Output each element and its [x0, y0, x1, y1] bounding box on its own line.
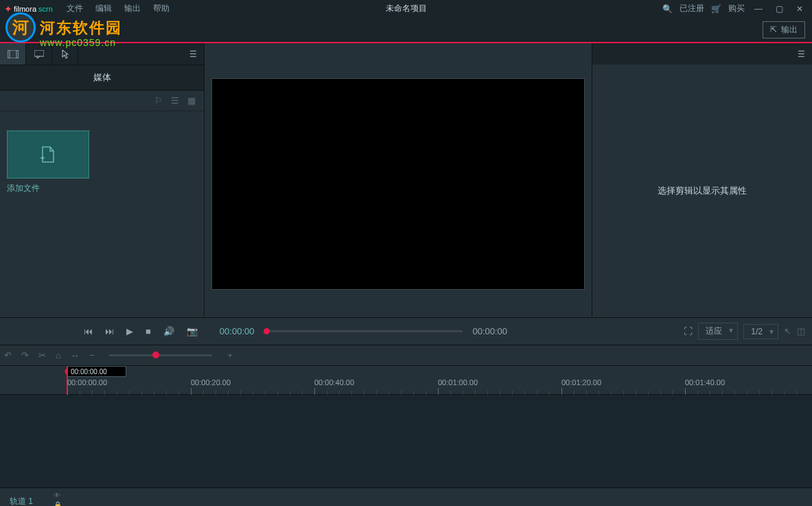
time-total: 00:00:00 [472, 326, 507, 336]
fullscreen-button[interactable]: ⛶ [684, 326, 693, 336]
titlebar-right: 🔍 已注册 🛒 购买 — ▢ ✕ [662, 3, 812, 14]
main-menu: 文件 编辑 输出 帮助 [67, 3, 170, 14]
ruler-tick: 00:01:00.00 [438, 378, 478, 387]
add-file-label: 添加文件 [7, 183, 89, 194]
mark-in-button[interactable]: ↖ [784, 326, 791, 336]
properties-panel: ☰ 选择剪辑以显示其属性 [592, 43, 812, 317]
playback-right-controls: ⛶ 适应 1/2 ↖ ◫ [684, 323, 805, 340]
progress-handle[interactable] [264, 328, 270, 334]
close-button[interactable]: ✕ [793, 4, 807, 14]
playback-buttons: ⏮ ⏭ ▶ ■ 🔊 📷 [84, 326, 198, 336]
snapshot-button[interactable]: 📷 [187, 326, 198, 336]
maximize-button[interactable]: ▢ [772, 4, 786, 14]
playhead[interactable]: 00:00:00.00 [67, 366, 126, 377]
export-button[interactable]: ⇱ 输出 [763, 21, 805, 38]
main-area: ☰ 媒体 ⚐ ☰ ▦ 添加文件 ☰ 选择剪辑以显示其属性 [0, 43, 812, 318]
minimize-button[interactable]: — [752, 4, 765, 14]
add-file-button[interactable]: 添加文件 [7, 130, 89, 194]
media-filter-bar: ⚐ ☰ ▦ [0, 91, 204, 111]
ruler-tick: 00:01:20.00 [561, 378, 601, 387]
track-visibility-icon[interactable]: 👁 [54, 492, 62, 499]
time-current: 00:00:00 [220, 326, 255, 336]
add-file-box [7, 130, 89, 179]
tool-cursor-icon[interactable] [52, 43, 78, 65]
cut-button[interactable]: ✂ [38, 350, 46, 360]
tool-media-icon[interactable] [0, 43, 26, 65]
svg-rect-2 [16, 50, 19, 58]
fit-timeline-button[interactable]: ↔ [71, 350, 80, 360]
right-menu-icon[interactable]: ☰ [798, 49, 805, 59]
export-icon: ⇱ [770, 25, 777, 34]
stop-button[interactable]: ■ [146, 326, 151, 336]
tool-annotation-icon[interactable] [26, 43, 52, 65]
svg-rect-3 [34, 50, 44, 56]
zoom-handle[interactable] [152, 352, 159, 358]
export-label: 输出 [781, 24, 798, 36]
preview-viewport[interactable] [211, 78, 585, 290]
titlebar: ✦ filmora scrn 文件 编辑 输出 帮助 未命名项目 🔍 已注册 🛒… [0, 0, 812, 17]
next-frame-button[interactable]: ⏭ [105, 326, 114, 336]
media-panel: ☰ 媒体 ⚐ ☰ ▦ 添加文件 [0, 43, 205, 317]
registered-label[interactable]: 已注册 [680, 3, 704, 14]
progress-bar[interactable] [264, 330, 463, 332]
cart-icon[interactable]: 🛒 [711, 4, 721, 14]
svg-rect-1 [8, 50, 10, 58]
playback-controls: ⏮ ⏭ ▶ ■ 🔊 📷 00:00:00 00:00:00 ⛶ 适应 1/2 ↖… [0, 318, 812, 345]
ruler-tick: 00:01:40.00 [685, 378, 725, 387]
list-view-icon[interactable]: ☰ [171, 95, 179, 106]
menu-edit[interactable]: 编辑 [95, 3, 112, 14]
zoom-out-button[interactable]: − [89, 350, 95, 360]
zoom-slider[interactable] [109, 354, 212, 356]
timeline-ruler[interactable]: 00:00:00.00 00:00:00.0000:00:20.0000:00:… [0, 366, 812, 395]
prev-frame-button[interactable]: ⏮ [84, 326, 93, 336]
scale-dropdown[interactable]: 1/2 [743, 324, 778, 339]
right-toolbar: ☰ [592, 43, 812, 65]
svg-rect-0 [8, 50, 19, 58]
logo-dot-icon: ✦ [4, 3, 12, 14]
secondbar: ⇱ 输出 [0, 17, 812, 43]
search-icon[interactable]: 🔍 [662, 4, 673, 14]
undo-button[interactable]: ↶ [4, 350, 12, 360]
fit-dropdown[interactable]: 适应 [698, 323, 738, 340]
track-lock-icon[interactable]: 🔒 [54, 501, 62, 506]
playhead-time: 00:00:00.00 [67, 366, 126, 377]
left-toolbar: ☰ [0, 43, 204, 65]
app-logo: ✦ filmora scrn [0, 3, 53, 14]
properties-placeholder: 选择剪辑以显示其属性 [592, 65, 812, 317]
preview-panel [205, 43, 592, 317]
track-label: 轨道 1 👁 🔒 [0, 496, 67, 506]
timeline-tracks[interactable]: 轨道 1 👁 🔒 [0, 395, 812, 506]
volume-button[interactable]: 🔊 [163, 326, 174, 336]
menu-export[interactable]: 输出 [124, 3, 141, 14]
left-menu-icon[interactable]: ☰ [189, 49, 204, 59]
ruler-tick: 00:00:20.00 [191, 378, 231, 387]
zoom-in-button[interactable]: + [227, 350, 233, 360]
menu-help[interactable]: 帮助 [153, 3, 170, 14]
play-button[interactable]: ▶ [126, 326, 133, 336]
logo-text: filmora scrn [14, 5, 53, 13]
ruler-tick: 00:00:40.00 [314, 378, 354, 387]
timeline-tools: ↶ ↷ ✂ ⌂ ↔ − + [0, 345, 812, 366]
ruler-tick: 00:00:00.00 [67, 378, 107, 387]
ruler-ticks: 00:00:00.0000:00:20.0000:00:40.0000:01:0… [67, 378, 812, 395]
grid-view-icon[interactable]: ▦ [187, 95, 196, 106]
media-content: 添加文件 [0, 111, 204, 317]
buy-label[interactable]: 购买 [728, 3, 745, 14]
crop-button[interactable]: ◫ [797, 326, 805, 336]
menu-file[interactable]: 文件 [67, 3, 83, 14]
marker-button[interactable]: ⌂ [56, 350, 61, 360]
media-tab[interactable]: 媒体 [0, 65, 204, 91]
track-row-1[interactable]: 轨道 1 👁 🔒 [0, 487, 812, 506]
redo-button[interactable]: ↷ [21, 350, 29, 360]
project-title: 未命名项目 [386, 3, 427, 14]
folder-icon[interactable]: ⚐ [154, 95, 163, 106]
